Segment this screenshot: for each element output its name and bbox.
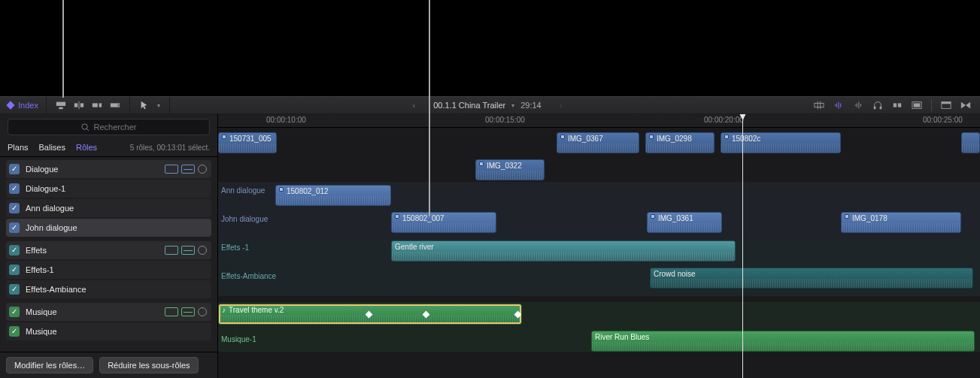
clip-marker-icon (395, 214, 399, 219)
role-dialogue[interactable]: ✓ Dialogue (6, 160, 211, 178)
clip-music-selected[interactable]: ♪ Travel theme v.2 (218, 304, 522, 325)
index-search-field[interactable]: Rechercher (8, 119, 210, 135)
index-button[interactable]: Index (0, 97, 47, 113)
clip-effects[interactable]: Gentle river (391, 240, 736, 262)
clip-name: IMG_0322 (487, 162, 522, 170)
role-musique[interactable]: ✓ Musique (6, 303, 211, 321)
keyframe-icon[interactable] (366, 311, 373, 319)
svg-rect-1 (59, 107, 62, 110)
time-ruler[interactable]: 00:00:10:00 00:00:15:00 00:00:20:00 00:0… (218, 114, 980, 128)
role-color-swatch[interactable] (198, 246, 207, 255)
svg-rect-8 (874, 107, 876, 110)
role-label: Dialogue (26, 165, 159, 174)
svg-rect-3 (80, 103, 83, 107)
svg-rect-10 (894, 103, 897, 107)
project-title-area: ‹ 00.1.1 China Trailer ▾ 29:14 › (170, 101, 805, 110)
insert-clip-icon[interactable] (74, 100, 84, 110)
role-effets[interactable]: ✓ Effets (6, 241, 211, 259)
role-checkbox[interactable]: ✓ (9, 245, 20, 256)
timeline-toolbar: Index ▾ ‹ 00.1.1 China Trailer ▾ 29:14 › (0, 96, 980, 114)
clip-dialogue[interactable]: 150802_007 (391, 212, 496, 233)
clip-name: River Run Blues (595, 333, 649, 341)
clip-dialogue[interactable]: IMG_0178 (841, 212, 961, 233)
search-placeholder: Rechercher (94, 122, 137, 132)
keyframe-icon[interactable] (423, 311, 430, 319)
subrole-musique[interactable]: ✓ Musique (6, 322, 211, 340)
role-label: John dialogue (26, 223, 207, 232)
clip-video[interactable]: IMG_0298 (645, 132, 715, 153)
tab-balises[interactable]: Balises (39, 143, 65, 152)
index-label: Index (18, 101, 38, 110)
clip-dialogue[interactable]: 150802_012 (275, 185, 391, 206)
keyframe-icon[interactable] (514, 311, 522, 319)
svg-rect-11 (898, 103, 901, 107)
role-color-swatch[interactable] (198, 165, 207, 174)
effects-browser-icon[interactable] (941, 101, 951, 110)
append-clip-icon[interactable] (92, 100, 102, 110)
svg-point-16 (81, 123, 86, 129)
role-checkbox[interactable]: ✓ (9, 222, 20, 233)
clip-dialogue[interactable]: IMG_0361 (647, 212, 722, 233)
snapping-icon[interactable] (892, 101, 903, 110)
collapse-subroles-button[interactable]: Réduire les sous-rôles (99, 357, 198, 373)
search-icon (81, 123, 90, 132)
role-checkbox[interactable]: ✓ (9, 284, 20, 295)
role-checkbox[interactable]: ✓ (9, 203, 20, 213)
clip-music[interactable]: River Run Blues (591, 331, 975, 352)
clip-video[interactable]: IMG_0367 (557, 132, 639, 153)
index-diamond-icon (6, 101, 14, 109)
role-lane-button[interactable] (165, 307, 178, 316)
role-color-swatch[interactable] (198, 307, 207, 316)
overwrite-clip-icon[interactable] (110, 100, 120, 110)
clip-video[interactable]: IMG_0322 (475, 159, 545, 180)
svg-rect-15 (942, 102, 951, 104)
role-checkbox[interactable]: ✓ (9, 265, 20, 275)
role-lane-button[interactable] (165, 246, 178, 255)
tab-roles[interactable]: Rôles (76, 143, 97, 152)
tab-plans[interactable]: Plans (8, 143, 29, 152)
clip-connect-tools (47, 97, 130, 113)
role-focus-button[interactable] (181, 246, 195, 255)
playhead[interactable] (742, 114, 743, 378)
history-forward-button[interactable]: › (557, 101, 566, 110)
subrole-john-dialogue[interactable]: ✓ John dialogue (6, 219, 211, 237)
project-title[interactable]: 00.1.1 China Trailer (433, 101, 505, 110)
subrole-effets-ambiance[interactable]: ✓ Effets-Ambiance (6, 280, 211, 298)
clip-name: IMG_0298 (657, 135, 692, 143)
skimming-icon[interactable] (814, 101, 824, 110)
ruler-tick: 00:00:15:00 (485, 116, 525, 124)
clip-video[interactable]: 150731_005 (218, 132, 277, 153)
role-focus-button[interactable] (181, 307, 195, 316)
ruler-tick: 00:00:25:00 (923, 116, 963, 124)
tool-dropdown-caret[interactable]: ▾ (157, 102, 160, 109)
role-lane-button[interactable] (165, 165, 178, 174)
clip-video[interactable] (961, 132, 980, 153)
svg-rect-4 (93, 103, 98, 107)
subrole-ann-dialogue[interactable]: ✓ Ann dialogue (6, 199, 211, 217)
edit-roles-button[interactable]: Modifier les rôles… (6, 357, 93, 373)
subrole-effets-1[interactable]: ✓ Effets-1 (6, 261, 211, 279)
index-tabs: Plans Balises Rôles 5 rôles, 00:13:01 sé… (0, 140, 217, 157)
connect-clip-icon[interactable] (56, 100, 66, 110)
role-focus-button[interactable] (181, 165, 195, 174)
timeline-area[interactable]: 00:00:10:00 00:00:15:00 00:00:20:00 00:0… (218, 114, 980, 378)
clip-appearance-icon[interactable] (912, 101, 922, 110)
transitions-browser-icon[interactable] (960, 101, 971, 110)
audio-skimming-icon[interactable] (833, 101, 844, 110)
timeline-index-panel: Rechercher Plans Balises Rôles 5 rôles, … (0, 114, 218, 378)
headphones-icon[interactable] (872, 101, 883, 110)
clip-name: IMG_0178 (852, 214, 887, 222)
role-checkbox[interactable]: ✓ (9, 164, 20, 174)
role-checkbox[interactable]: ✓ (9, 183, 20, 194)
solo-icon[interactable] (853, 101, 863, 110)
clip-video[interactable]: 150802c (721, 132, 841, 153)
role-checkbox[interactable]: ✓ (9, 307, 20, 317)
clip-effects[interactable]: Crowd noise (650, 268, 973, 289)
role-checkbox[interactable]: ✓ (9, 326, 20, 337)
subrole-dialogue-1[interactable]: ✓ Dialogue-1 (6, 180, 211, 198)
project-dropdown-caret[interactable]: ▾ (511, 102, 514, 109)
pointer-tool-icon[interactable] (139, 100, 150, 110)
history-back-button[interactable]: ‹ (410, 101, 419, 110)
role-label: Effets (26, 246, 159, 255)
divider (931, 99, 932, 111)
